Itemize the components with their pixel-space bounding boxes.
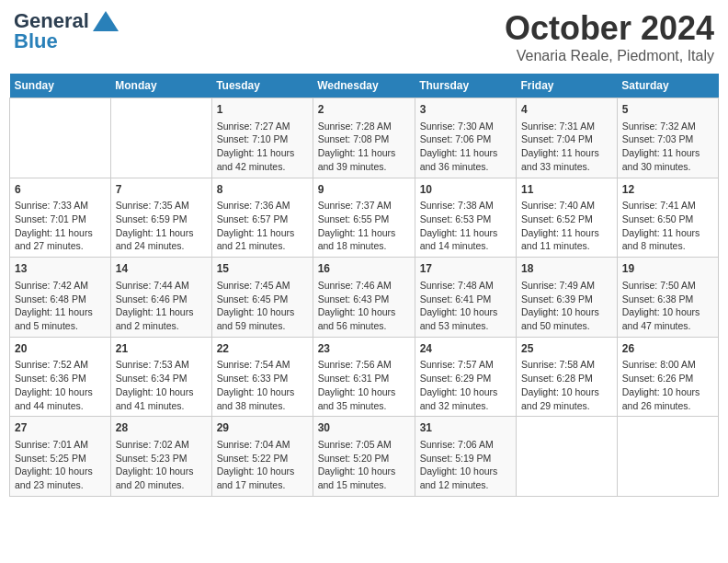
calendar-cell: 9Sunrise: 7:37 AMSunset: 6:55 PMDaylight… bbox=[313, 178, 415, 258]
day-of-week-header: Sunday bbox=[10, 74, 111, 98]
calendar-cell: 31Sunrise: 7:06 AMSunset: 5:19 PMDayligh… bbox=[415, 417, 516, 497]
cell-text: Daylight: 11 hours and 14 minutes. bbox=[420, 226, 511, 253]
cell-text: Sunset: 7:03 PM bbox=[622, 132, 713, 146]
cell-text: Sunset: 5:23 PM bbox=[116, 452, 207, 465]
calendar-cell bbox=[617, 417, 718, 497]
day-number: 12 bbox=[622, 182, 713, 198]
calendar-cell: 21Sunrise: 7:53 AMSunset: 6:34 PMDayligh… bbox=[110, 337, 211, 417]
calendar-cell: 7Sunrise: 7:35 AMSunset: 6:59 PMDaylight… bbox=[110, 178, 211, 258]
cell-text: Sunrise: 7:28 AM bbox=[318, 120, 410, 133]
cell-text: Sunset: 6:34 PM bbox=[116, 372, 207, 385]
cell-text: Sunrise: 7:32 AM bbox=[622, 120, 713, 133]
calendar-cell: 25Sunrise: 7:58 AMSunset: 6:28 PMDayligh… bbox=[517, 337, 618, 417]
cell-text: Daylight: 10 hours and 38 minutes. bbox=[217, 385, 308, 412]
day-of-week-header: Wednesday bbox=[313, 74, 415, 98]
cell-text: Sunrise: 7:38 AM bbox=[420, 199, 511, 213]
cell-text: Daylight: 10 hours and 17 minutes. bbox=[217, 465, 308, 491]
cell-text: Sunrise: 7:05 AM bbox=[318, 438, 410, 452]
cell-text: Daylight: 10 hours and 35 minutes. bbox=[318, 385, 410, 412]
calendar-cell: 13Sunrise: 7:42 AMSunset: 6:48 PMDayligh… bbox=[10, 258, 111, 338]
cell-text: Sunset: 6:52 PM bbox=[521, 213, 612, 226]
cell-text: Sunrise: 7:46 AM bbox=[318, 279, 410, 293]
calendar-cell: 2Sunrise: 7:28 AMSunset: 7:08 PMDaylight… bbox=[313, 98, 415, 178]
day-number: 9 bbox=[318, 182, 410, 198]
cell-text: Daylight: 11 hours and 30 minutes. bbox=[622, 146, 713, 173]
cell-text: Sunrise: 7:30 AM bbox=[420, 120, 511, 133]
day-number: 30 bbox=[318, 420, 410, 436]
cell-text: Sunrise: 7:02 AM bbox=[116, 438, 207, 452]
calendar-header-row: SundayMondayTuesdayWednesdayThursdayFrid… bbox=[10, 74, 719, 98]
calendar-cell: 19Sunrise: 7:50 AMSunset: 6:38 PMDayligh… bbox=[617, 258, 718, 338]
cell-text: Sunrise: 7:58 AM bbox=[521, 358, 612, 372]
day-of-week-header: Friday bbox=[517, 74, 618, 98]
day-number: 20 bbox=[15, 341, 106, 357]
cell-text: Sunset: 7:08 PM bbox=[318, 132, 410, 146]
cell-text: Sunset: 6:55 PM bbox=[318, 213, 410, 226]
calendar-cell: 6Sunrise: 7:33 AMSunset: 7:01 PMDaylight… bbox=[10, 178, 111, 258]
day-number: 16 bbox=[318, 261, 410, 277]
cell-text: Daylight: 10 hours and 15 minutes. bbox=[318, 465, 410, 491]
day-number: 1 bbox=[217, 102, 308, 118]
cell-text: Sunset: 6:33 PM bbox=[217, 372, 308, 385]
cell-text: Sunset: 5:22 PM bbox=[217, 452, 308, 465]
calendar-week-row: 20Sunrise: 7:52 AMSunset: 6:36 PMDayligh… bbox=[10, 337, 719, 417]
cell-text: Sunrise: 7:57 AM bbox=[420, 358, 511, 372]
cell-text: Daylight: 11 hours and 18 minutes. bbox=[318, 226, 410, 253]
calendar-week-row: 27Sunrise: 7:01 AMSunset: 5:25 PMDayligh… bbox=[10, 417, 719, 497]
cell-text: Sunrise: 7:35 AM bbox=[116, 199, 207, 213]
cell-text: Sunrise: 7:50 AM bbox=[622, 279, 713, 293]
calendar-cell: 4Sunrise: 7:31 AMSunset: 7:04 PMDaylight… bbox=[517, 98, 618, 178]
day-number: 6 bbox=[15, 182, 106, 198]
day-number: 15 bbox=[217, 261, 308, 277]
day-number: 14 bbox=[116, 261, 207, 277]
cell-text: Daylight: 11 hours and 24 minutes. bbox=[116, 226, 207, 253]
calendar-table: SundayMondayTuesdayWednesdayThursdayFrid… bbox=[9, 74, 719, 497]
cell-text: Sunrise: 7:54 AM bbox=[217, 358, 308, 372]
cell-text: Sunset: 6:26 PM bbox=[622, 372, 713, 385]
cell-text: Daylight: 10 hours and 47 minutes. bbox=[622, 305, 713, 332]
day-number: 11 bbox=[521, 182, 612, 198]
cell-text: Sunset: 6:46 PM bbox=[116, 293, 207, 306]
cell-text: Daylight: 10 hours and 23 minutes. bbox=[15, 465, 106, 491]
cell-text: Sunset: 6:53 PM bbox=[420, 213, 511, 226]
cell-text: Sunset: 5:25 PM bbox=[15, 452, 106, 465]
cell-text: Sunset: 6:59 PM bbox=[116, 213, 207, 226]
cell-text: Sunset: 6:41 PM bbox=[420, 293, 511, 306]
day-number: 13 bbox=[15, 261, 106, 277]
calendar-cell: 20Sunrise: 7:52 AMSunset: 6:36 PMDayligh… bbox=[10, 337, 111, 417]
day-number: 24 bbox=[420, 341, 511, 357]
calendar-cell: 22Sunrise: 7:54 AMSunset: 6:33 PMDayligh… bbox=[211, 337, 313, 417]
calendar-cell: 16Sunrise: 7:46 AMSunset: 6:43 PMDayligh… bbox=[313, 258, 415, 338]
calendar-week-row: 1Sunrise: 7:27 AMSunset: 7:10 PMDaylight… bbox=[10, 98, 719, 178]
cell-text: Daylight: 10 hours and 32 minutes. bbox=[420, 385, 511, 412]
cell-text: Sunrise: 7:31 AM bbox=[521, 120, 612, 133]
calendar-cell: 3Sunrise: 7:30 AMSunset: 7:06 PMDaylight… bbox=[415, 98, 516, 178]
day-number: 29 bbox=[217, 420, 308, 436]
cell-text: Sunrise: 7:33 AM bbox=[15, 199, 106, 213]
cell-text: Sunset: 6:29 PM bbox=[420, 372, 511, 385]
calendar-cell: 11Sunrise: 7:40 AMSunset: 6:52 PMDayligh… bbox=[517, 178, 618, 258]
cell-text: Daylight: 11 hours and 8 minutes. bbox=[622, 226, 713, 253]
day-of-week-header: Thursday bbox=[415, 74, 516, 98]
cell-text: Sunrise: 7:41 AM bbox=[622, 199, 713, 213]
logo: General Blue bbox=[14, 9, 119, 53]
cell-text: Daylight: 10 hours and 26 minutes. bbox=[622, 385, 713, 412]
cell-text: Sunrise: 7:45 AM bbox=[217, 279, 308, 293]
cell-text: Daylight: 11 hours and 33 minutes. bbox=[521, 146, 612, 173]
calendar-cell: 23Sunrise: 7:56 AMSunset: 6:31 PMDayligh… bbox=[313, 337, 415, 417]
day-number: 21 bbox=[116, 341, 207, 357]
cell-text: Sunset: 5:19 PM bbox=[420, 452, 511, 465]
calendar-cell: 1Sunrise: 7:27 AMSunset: 7:10 PMDaylight… bbox=[211, 98, 313, 178]
calendar-cell: 26Sunrise: 8:00 AMSunset: 6:26 PMDayligh… bbox=[617, 337, 718, 417]
cell-text: Sunrise: 7:42 AM bbox=[15, 279, 106, 293]
cell-text: Sunrise: 8:00 AM bbox=[622, 358, 713, 372]
cell-text: Sunset: 6:45 PM bbox=[217, 293, 308, 306]
cell-text: Sunset: 6:28 PM bbox=[521, 372, 612, 385]
calendar-cell bbox=[517, 417, 618, 497]
logo-triangle-icon bbox=[93, 11, 119, 31]
cell-text: Sunset: 6:57 PM bbox=[217, 213, 308, 226]
cell-text: Sunrise: 7:04 AM bbox=[217, 438, 308, 452]
calendar-cell: 14Sunrise: 7:44 AMSunset: 6:46 PMDayligh… bbox=[110, 258, 211, 338]
cell-text: Daylight: 10 hours and 56 minutes. bbox=[318, 305, 410, 332]
day-number: 3 bbox=[420, 102, 511, 118]
